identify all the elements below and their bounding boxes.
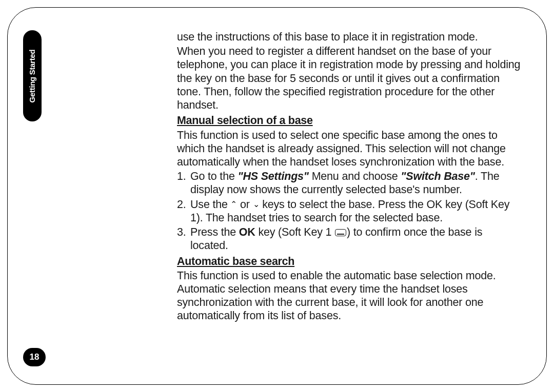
step-1-text-a: Go to the [190, 170, 238, 182]
heading-manual-selection: Manual selection of a base [177, 114, 522, 127]
step-2-text-b: or [237, 198, 252, 211]
heading-automatic-base-search: Automatic base search [177, 255, 522, 268]
step-1-text-b: Menu and choose [309, 170, 401, 182]
step-3-text-a: Press the [190, 226, 239, 238]
step-1-hs-settings: "HS Settings" [238, 170, 308, 182]
step-1: Go to the "HS Settings" Menu and choose … [190, 170, 522, 196]
section-tab-label: Getting Started [28, 49, 37, 102]
step-3: Press the OK key (Soft Key 1 ) to confir… [190, 225, 522, 252]
down-caret-icon: ⌄ [253, 199, 260, 210]
step-2: Use the ⌃ or ⌄ keys to select the base. … [190, 198, 522, 224]
manual-selection-intro: This function is used to select one spec… [177, 129, 522, 169]
up-caret-icon: ⌃ [230, 199, 237, 210]
page-number-badge: 18 [23, 348, 46, 366]
manual-selection-steps: Go to the "HS Settings" Menu and choose … [177, 170, 522, 252]
section-tab: Getting Started [23, 30, 42, 121]
content-area: use the instructions of this base to pla… [177, 30, 522, 324]
softkey-icon [335, 229, 346, 236]
automatic-base-intro: This function is used to enable the auto… [177, 269, 522, 323]
step-3-text-b: key (Soft Key 1 [255, 226, 334, 238]
step-1-switch-base: "Switch Base" [401, 170, 474, 182]
step-2-text-a: Use the [190, 198, 230, 211]
page-number: 18 [30, 352, 39, 362]
step-3-ok: OK [239, 226, 255, 238]
page-frame: Getting Started 18 use the instructions … [7, 7, 547, 385]
intro-paragraph-1: use the instructions of this base to pla… [177, 30, 522, 44]
intro-paragraph-2: When you need to register a different ha… [177, 45, 522, 112]
